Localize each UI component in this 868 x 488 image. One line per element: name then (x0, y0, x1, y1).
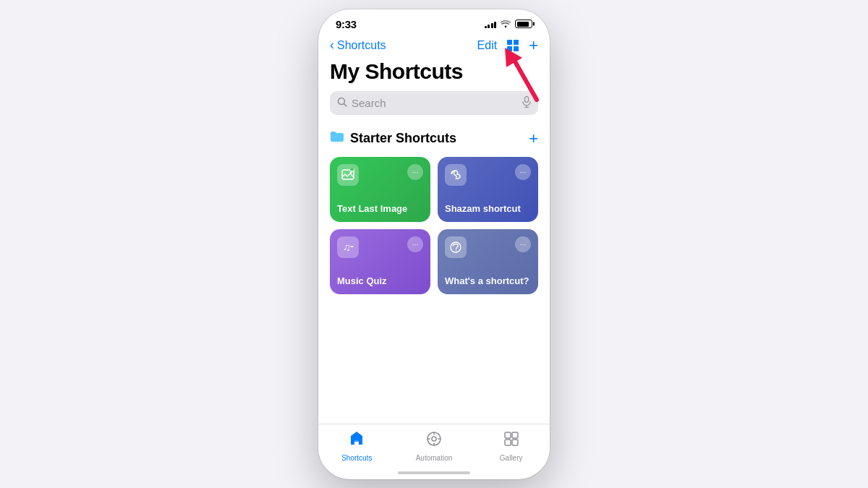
whats-a-shortcut-menu-button[interactable]: ··· (515, 236, 531, 252)
whats-a-shortcut-icon (445, 236, 467, 258)
text-last-image-label: Text Last Image (337, 203, 423, 215)
svg-point-14 (432, 437, 436, 441)
gallery-tab-icon (503, 430, 520, 452)
status-bar: 9:33 (318, 9, 550, 35)
status-icons (485, 19, 533, 30)
nav-bar: ‹ Shortcuts Edit + (318, 35, 550, 59)
section-title-wrap: Starter Shortcuts (330, 131, 456, 146)
text-last-image-menu-button[interactable]: ··· (407, 164, 423, 180)
svg-text:♫: ♫ (343, 241, 351, 253)
svg-rect-19 (505, 432, 511, 438)
gallery-tab-label: Gallery (500, 454, 523, 462)
shortcut-card-music-quiz[interactable]: ♫ ··· Music Quiz (330, 229, 430, 294)
section-header: Starter Shortcuts + (330, 129, 538, 148)
svg-line-2 (344, 103, 347, 106)
status-time: 9:33 (336, 18, 357, 30)
section-add-button[interactable]: + (529, 129, 538, 148)
chevron-left-icon: ‹ (330, 38, 334, 53)
back-label: Shortcuts (337, 39, 386, 52)
search-icon (337, 97, 347, 109)
automation-tab-label: Automation (416, 454, 453, 462)
shortcuts-tab-label: Shortcuts (341, 454, 372, 462)
svg-rect-22 (512, 440, 518, 445)
shazam-menu-button[interactable]: ··· (515, 164, 531, 180)
shortcut-card-whats-a-shortcut[interactable]: ··· What's a shortcut? (438, 229, 538, 294)
wifi-icon (500, 19, 511, 30)
edit-button[interactable]: Edit (477, 39, 498, 52)
svg-text:+: + (351, 168, 353, 173)
section-title: Starter Shortcuts (350, 131, 456, 146)
grid-view-button[interactable] (507, 40, 519, 51)
music-quiz-icon: ♫ (337, 236, 359, 258)
shortcut-card-shazam[interactable]: ··· Shazam shortcut (438, 157, 538, 222)
svg-rect-21 (505, 440, 511, 445)
shazam-label: Shazam shortcut (445, 203, 531, 215)
add-shortcut-button[interactable]: + (529, 38, 538, 53)
signal-icon (485, 20, 497, 28)
text-last-image-icon: + (337, 164, 359, 186)
tab-shortcuts[interactable]: Shortcuts (318, 430, 396, 462)
search-bar[interactable]: Search (330, 91, 538, 115)
svg-rect-20 (512, 432, 518, 438)
phone-frame: 9:33 ‹ Shortcuts (318, 9, 550, 479)
page-title: My Shortcuts (330, 59, 538, 84)
battery-icon (515, 20, 532, 28)
main-content: My Shortcuts Search (318, 59, 550, 424)
whats-a-shortcut-label: What's a shortcut? (445, 275, 531, 287)
home-indicator (318, 466, 550, 479)
automation-tab-icon (425, 430, 443, 452)
tab-automation[interactable]: Automation (396, 430, 473, 462)
tab-gallery[interactable]: Gallery (472, 430, 550, 462)
microphone-icon[interactable] (522, 96, 531, 110)
svg-rect-3 (525, 96, 529, 102)
folder-icon (330, 131, 344, 146)
svg-point-12 (456, 249, 457, 251)
music-quiz-label: Music Quiz (337, 275, 423, 287)
tab-bar: Shortcuts Automation (318, 424, 550, 466)
shortcuts-tab-icon (348, 430, 365, 452)
shortcut-card-text-last-image[interactable]: + ··· Text Last Image (330, 157, 430, 222)
search-placeholder: Search (352, 97, 518, 109)
shortcuts-grid: + ··· Text Last Image ··· Sh (330, 157, 538, 294)
music-quiz-menu-button[interactable]: ··· (407, 236, 423, 252)
back-button[interactable]: ‹ Shortcuts (330, 38, 386, 53)
shazam-icon (445, 164, 467, 186)
nav-actions: Edit + (477, 38, 538, 53)
